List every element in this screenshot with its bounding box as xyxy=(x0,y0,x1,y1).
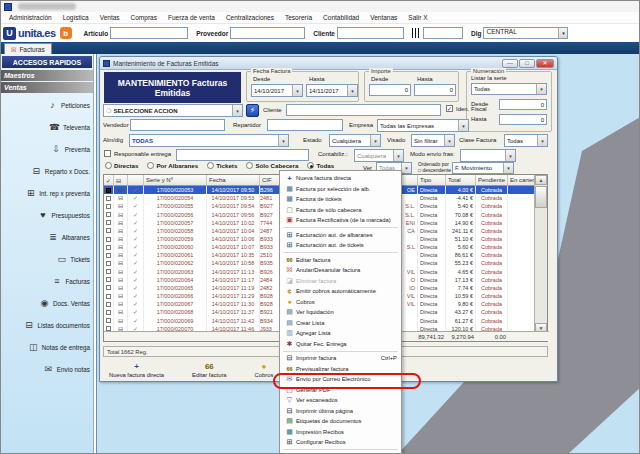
column-header-8[interactable]: Total xyxy=(446,175,476,186)
menu-item-agregar-lista[interactable]: ▥Agregar Lista xyxy=(280,328,401,339)
sidebar-item-tickets[interactable]: ▭Tickets xyxy=(1,248,93,270)
cobros-button[interactable]: ●Cobros xyxy=(255,359,274,381)
numeracion-desde-input[interactable]: 0 xyxy=(499,99,547,110)
estado-select[interactable]: Cualquiera xyxy=(329,134,381,147)
menu-item-anular-desanular-factura[interactable]: ☒Anular/Desanular factura xyxy=(280,265,401,276)
row-checkbox[interactable] xyxy=(104,259,114,267)
row-checkbox[interactable] xyxy=(104,235,114,243)
menubar-item-salir-x[interactable]: Salir X xyxy=(408,14,427,21)
radio-todas[interactable]: Todas xyxy=(307,162,334,169)
sidebar-item-listas-documentos[interactable]: ⊟Listas documentos xyxy=(1,314,93,336)
menu-item-facturaci-n-aut-de-albaranes[interactable]: ⊞Facturación aut. de albaranes xyxy=(280,230,401,241)
cliente-filter-input[interactable] xyxy=(286,104,441,116)
row-checkbox[interactable] xyxy=(104,284,114,292)
scroll-up-icon[interactable]: ▲ xyxy=(535,175,547,185)
row-checkbox[interactable] xyxy=(104,243,114,251)
tab-close-icon[interactable]: ☒ xyxy=(11,46,16,53)
menu-item-etiquetas-de-documentos[interactable]: ▤Etiquetas de documentos xyxy=(280,416,401,427)
sidebar-item-facturas[interactable]: ≡Facturas xyxy=(1,270,93,292)
accion-select[interactable]: ❍ SELECCIONE ACCION xyxy=(103,104,243,117)
menu-item-imprimir-factura[interactable]: ⊟Imprimir facturaCtrl+P xyxy=(280,353,401,364)
row-checkbox[interactable] xyxy=(104,227,114,235)
column-header-4[interactable]: Fecha xyxy=(207,175,260,186)
column-header-10[interactable]: En cartera xyxy=(508,175,536,186)
menu-item-facturaci-n-aut-de-tickets[interactable]: ⊞Facturación aut. de tickets xyxy=(280,240,401,251)
column-header-2[interactable] xyxy=(128,175,144,186)
menubar-item-administraci-n[interactable]: Administración xyxy=(9,14,52,21)
barcode-input[interactable] xyxy=(423,27,463,39)
column-header-0[interactable]: ✓ xyxy=(104,175,114,186)
sidebar-item-env-o-notas[interactable]: ✉Envío notas xyxy=(1,358,93,380)
row-checkbox[interactable] xyxy=(104,300,114,308)
sidebar-item-preventa[interactable]: ⇩Preventa xyxy=(1,138,93,160)
fecha-hasta-select[interactable]: 14/11/2017 xyxy=(306,84,358,97)
serie-select[interactable]: Todas xyxy=(471,83,547,95)
vendedor-input[interactable] xyxy=(130,119,225,131)
repartidor-input[interactable] xyxy=(267,119,343,131)
responsable-input[interactable] xyxy=(176,149,309,161)
sidebar-section-ventas[interactable]: Ventas xyxy=(1,82,93,93)
row-checkbox[interactable] xyxy=(104,317,114,325)
cliente-input[interactable] xyxy=(337,27,404,39)
row-checkbox[interactable] xyxy=(104,202,114,210)
blogger-icon[interactable]: b xyxy=(60,27,72,39)
row-checkbox[interactable] xyxy=(104,210,114,218)
sidebar-item-docs-ventas[interactable]: ◉Docs. Ventas xyxy=(1,292,93,314)
menu-item-factura-de-tickets[interactable]: ▦Factura de tickets xyxy=(280,194,401,205)
responsable-checkbox[interactable] xyxy=(104,150,111,157)
column-header-7[interactable]: Tipo xyxy=(418,175,446,186)
menubar-item-fuerza-de-venta[interactable]: Fuerza de venta xyxy=(168,14,215,21)
column-header-9[interactable]: Pendiente xyxy=(476,175,508,186)
sidebar-item-int-rep-x-preventa[interactable]: ⊞Int. rep x preventa xyxy=(1,182,93,204)
radio-s-lo-cabecera[interactable]: Sólo Cabecera xyxy=(246,162,298,169)
iden-fiscal-checkbox[interactable]: ✓ xyxy=(446,105,453,112)
lightning-button[interactable]: ⚡ xyxy=(246,104,259,117)
menu-item-crear-lista[interactable]: ▤Crear Lista xyxy=(280,318,401,329)
menu-item-factura-rectificativa-de-la-marcada-[interactable]: ▣Factura Rectificativa (de la marcada) xyxy=(280,215,401,226)
menu-item-imprimir-ltima-p-gina[interactable]: ⊟Imprimir última página xyxy=(280,406,401,417)
menu-item-factura-por-selecci-n-de-alb-[interactable]: ▦Factura por selección de alb. xyxy=(280,184,401,195)
row-checkbox[interactable] xyxy=(104,276,114,284)
modo-envio-select[interactable] xyxy=(460,149,516,162)
sidebar-item-televenta[interactable]: ☎Televenta xyxy=(1,116,93,138)
minimize-button[interactable]: — xyxy=(502,59,518,68)
menu-item-cobros[interactable]: ●Cobros xyxy=(280,297,401,308)
menubar-item-contabilidad[interactable]: Contabilidad xyxy=(323,14,359,21)
maximize-button[interactable]: □ xyxy=(519,59,535,68)
sidebar-section-maestros[interactable]: Maestros xyxy=(1,70,93,81)
dlg-select[interactable]: CENTRAL ▾ xyxy=(483,27,568,39)
clase-factura-select[interactable]: Todas xyxy=(504,134,548,147)
row-checkbox[interactable] xyxy=(104,186,114,194)
row-checkbox[interactable] xyxy=(104,194,114,202)
menu-item-ver-escaneados[interactable]: ▽Ver escaneados xyxy=(280,395,401,406)
sidebar-item-notas-de-entrega[interactable]: ◫Notas de entrega xyxy=(1,336,93,358)
row-checkbox[interactable] xyxy=(104,251,114,259)
radio-directas[interactable]: Directas xyxy=(105,162,138,169)
importe-desde-input[interactable]: 0 xyxy=(369,84,411,96)
menu-item-nueva-factura-directa[interactable]: +Nueva factura directa xyxy=(280,173,401,184)
descendente-checkbox-label[interactable]: □ descendente xyxy=(418,167,451,173)
row-checkbox[interactable] xyxy=(104,219,114,227)
close-button[interactable]: ✕ xyxy=(536,59,554,68)
proveedor-input[interactable] xyxy=(230,27,305,39)
vertical-scrollbar[interactable]: ▲ ▼ xyxy=(534,175,547,333)
contabiliz-select[interactable]: Cualquiera xyxy=(354,149,404,162)
almdig-select[interactable]: TODAS xyxy=(129,134,289,147)
menu-item-emitir-cobros-autom-ticamente[interactable]: ¢Emitir cobros automáticamente xyxy=(280,286,401,297)
tab-facturas[interactable]: ☒ Facturas xyxy=(4,43,52,54)
menu-item-factura-de-s-lo-cabecera[interactable]: ▢Factura de sólo cabecera xyxy=(280,205,401,216)
menu-item-editar-factura[interactable]: 66Editar factura xyxy=(280,255,401,266)
numeracion-hasta-input[interactable]: 0 xyxy=(499,114,547,125)
radio-tickets[interactable]: Tickets xyxy=(207,162,237,169)
menu-item-impresi-n-recibos[interactable]: ▦Impresión Recibos xyxy=(280,427,401,438)
fecha-desde-select[interactable]: 14/10/2017 xyxy=(251,84,303,97)
menubar-item-log-stica[interactable]: Logística xyxy=(63,14,89,21)
menu-item-configurar-recibos[interactable]: ⊞Configurar Recibos xyxy=(280,437,401,448)
menubar-item-centralizaciones[interactable]: Centralizaciones xyxy=(226,14,274,21)
sidebar-item-reparto-x-docs-[interactable]: ⊟Reparto x Docs. xyxy=(1,160,93,182)
scroll-thumb[interactable] xyxy=(535,186,547,208)
empresa-select[interactable]: Todas las Empresas xyxy=(377,119,469,132)
menubar-item-ventas[interactable]: Ventas xyxy=(100,14,120,21)
column-header-3[interactable]: Serie y Nº xyxy=(144,175,207,186)
menubar-item-ventanas[interactable]: Ventanas xyxy=(370,14,397,21)
